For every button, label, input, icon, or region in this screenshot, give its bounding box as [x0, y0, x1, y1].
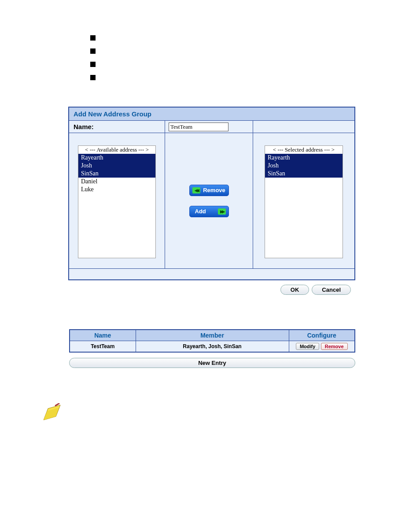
cancel-button[interactable]: Cancel: [312, 285, 351, 295]
table-header-row: Name Member Configure: [70, 330, 355, 341]
selected-listbox[interactable]: < --- Selected address --- > RayearthJos…: [265, 145, 343, 258]
name-input-cell: [165, 121, 253, 133]
bullet-icon: [90, 48, 96, 54]
dialog-footer: [69, 269, 354, 279]
cell-name: TestTeam: [70, 341, 136, 353]
selected-label: < --- Selected address --- >: [265, 146, 343, 154]
new-entry-row: New Entry: [69, 358, 355, 368]
name-row: Name:: [69, 121, 354, 133]
modify-button[interactable]: Modify: [296, 343, 319, 350]
list-item[interactable]: SinSan: [265, 170, 343, 178]
header-name: Name: [70, 330, 136, 341]
add-button[interactable]: Add ▶▶: [189, 206, 229, 217]
dialog-title: Add New Address Group: [69, 108, 354, 121]
group-name-input[interactable]: [169, 123, 228, 131]
note-icon: [42, 403, 420, 425]
list-item[interactable]: SinSan: [78, 170, 155, 178]
empty-cell: [253, 121, 354, 133]
list-item[interactable]: Josh: [265, 162, 343, 170]
remove-row-button[interactable]: Remove: [321, 343, 348, 350]
bullet-icon: [90, 75, 96, 80]
dialog-buttons-row: OK Cancel: [68, 280, 355, 295]
selected-cell: < --- Selected address --- > RayearthJos…: [253, 133, 354, 268]
available-label: < --- Available address --- >: [78, 146, 155, 154]
arrow-right-icon: ▶▶: [218, 208, 226, 215]
remove-label: Remove: [203, 187, 225, 193]
list-item[interactable]: Rayearth: [265, 154, 343, 162]
bullet-icon: [90, 35, 96, 41]
ok-button[interactable]: OK: [280, 285, 309, 295]
add-label: Add: [195, 208, 206, 215]
groups-table: Name Member Configure TestTeamRayearth, …: [69, 329, 355, 353]
add-address-group-dialog: Add New Address Group Name: < --- Availa…: [68, 107, 355, 280]
name-label: Name:: [69, 121, 165, 133]
header-member: Member: [136, 330, 289, 341]
bullet-list: [90, 35, 420, 80]
cell-configure: Modify Remove: [289, 341, 355, 353]
available-cell: < --- Available address --- > RayearthJo…: [69, 133, 165, 268]
header-configure: Configure: [289, 330, 355, 341]
transfer-buttons-cell: ◀◀ Remove Add ▶▶: [165, 133, 253, 268]
list-item[interactable]: Rayearth: [78, 154, 155, 162]
remove-button[interactable]: ◀◀ Remove: [189, 185, 229, 196]
lists-row: < --- Available address --- > RayearthJo…: [69, 133, 354, 269]
list-item[interactable]: Daniel: [78, 178, 155, 186]
available-listbox[interactable]: < --- Available address --- > RayearthJo…: [78, 145, 156, 258]
list-item[interactable]: Luke: [78, 186, 155, 193]
arrow-left-icon: ◀◀: [192, 187, 200, 193]
new-entry-button[interactable]: New Entry: [69, 358, 355, 368]
bullet-icon: [90, 62, 96, 67]
list-item[interactable]: Josh: [78, 162, 155, 170]
table-row: TestTeamRayearth, Josh, SinSanModify Rem…: [70, 341, 355, 353]
cell-member: Rayearth, Josh, SinSan: [136, 341, 289, 353]
